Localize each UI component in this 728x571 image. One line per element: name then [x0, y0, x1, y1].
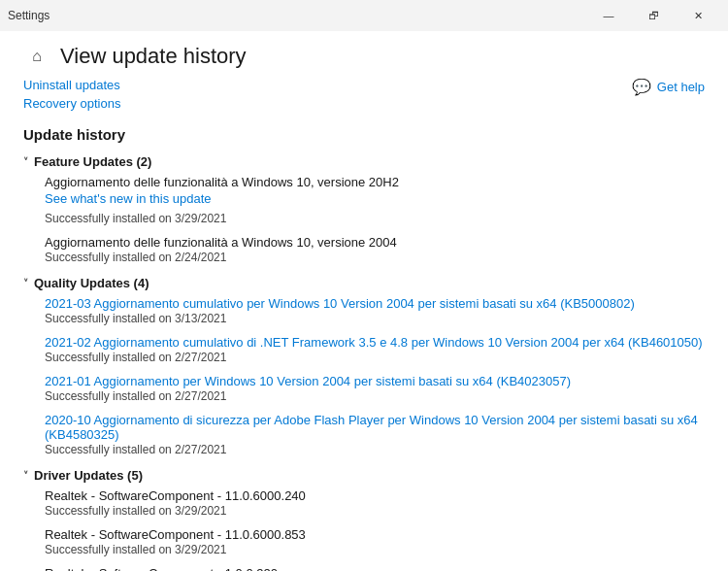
update-status: Successfully installed on 3/29/2021 [45, 504, 705, 518]
top-links: Uninstall updates Recovery options 💬 Get… [23, 78, 705, 111]
update-status: Successfully installed on 3/13/2021 [45, 312, 705, 325]
update-item: 2021-03 Aggiornamento cumulativo per Win… [45, 296, 705, 325]
category-header-feature[interactable]: ˅Feature Updates (2) [23, 154, 705, 169]
update-name: Aggiornamento delle funzionalità a Windo… [45, 235, 705, 250]
update-item: 2021-01 Aggiornamento per Windows 10 Ver… [45, 374, 705, 403]
update-item: Aggiornamento delle funzionalità a Windo… [45, 175, 705, 225]
update-status: Successfully installed on 2/27/2021 [45, 351, 705, 364]
category-header-quality[interactable]: ˅Quality Updates (4) [23, 276, 705, 290]
update-item: 2020-10 Aggiornamento di sicurezza per A… [45, 413, 705, 456]
category-label: Feature Updates (2) [34, 154, 151, 169]
update-name[interactable]: 2021-01 Aggiornamento per Windows 10 Ver… [45, 374, 705, 388]
update-status: Successfully installed on 3/29/2021 [45, 543, 705, 556]
update-name[interactable]: 2021-03 Aggiornamento cumulativo per Win… [45, 296, 705, 311]
home-icon[interactable]: ⌂ [23, 43, 50, 70]
maximize-button[interactable]: 🗗 [631, 0, 676, 31]
title-bar-left: Settings [8, 9, 50, 22]
update-item: Realtek - SoftwareComponent - 1.0.0.320S… [45, 566, 705, 571]
category-driver: ˅Driver Updates (5)Realtek - SoftwareCom… [23, 468, 705, 571]
title-bar-controls: — 🗗 ✕ [586, 0, 720, 31]
update-status: Successfully installed on 3/29/2021 [45, 212, 705, 225]
category-feature: ˅Feature Updates (2)Aggiornamento delle … [23, 154, 705, 264]
update-item: 2021-02 Aggiornamento cumulativo di .NET… [45, 335, 705, 364]
left-links: Uninstall updates Recovery options [23, 78, 120, 111]
app-name: Settings [8, 9, 50, 22]
chat-icon: 💬 [632, 78, 651, 96]
update-name: Realtek - SoftwareComponent - 11.0.6000.… [45, 527, 705, 542]
page-header: ⌂ View update history [23, 31, 705, 78]
update-name[interactable]: 2020-10 Aggiornamento di sicurezza per A… [45, 413, 705, 442]
chevron-icon: ˅ [23, 278, 28, 288]
recovery-options-link[interactable]: Recovery options [23, 96, 120, 111]
category-label: Quality Updates (4) [34, 276, 149, 290]
update-name[interactable]: 2021-02 Aggiornamento cumulativo di .NET… [45, 335, 705, 350]
update-name: Realtek - SoftwareComponent - 11.0.6000.… [45, 488, 705, 503]
close-button[interactable]: ✕ [676, 0, 720, 31]
get-help-label: Get help [657, 80, 705, 94]
update-status: Successfully installed on 2/27/2021 [45, 443, 705, 456]
update-item: Realtek - SoftwareComponent - 11.0.6000.… [45, 488, 705, 518]
categories-container: ˅Feature Updates (2)Aggiornamento delle … [23, 154, 705, 571]
page-title: View update history [60, 44, 247, 69]
see-whats-new-link[interactable]: See what's new in this update [45, 191, 705, 206]
get-help-link[interactable]: 💬 Get help [632, 78, 705, 96]
category-header-driver[interactable]: ˅Driver Updates (5) [23, 468, 705, 483]
update-status: Successfully installed on 2/27/2021 [45, 389, 705, 403]
title-bar: Settings — 🗗 ✕ [0, 0, 728, 31]
uninstall-updates-link[interactable]: Uninstall updates [23, 78, 120, 92]
category-quality: ˅Quality Updates (4)2021-03 Aggiornament… [23, 276, 705, 456]
section-title: Update history [23, 126, 705, 143]
chevron-icon: ˅ [23, 156, 28, 167]
update-item: Aggiornamento delle funzionalità a Windo… [45, 235, 705, 264]
minimize-button[interactable]: — [586, 0, 631, 31]
update-name: Aggiornamento delle funzionalità a Windo… [45, 175, 705, 189]
category-label: Driver Updates (5) [34, 468, 143, 483]
update-name: Realtek - SoftwareComponent - 1.0.0.320 [45, 566, 705, 571]
update-status: Successfully installed on 2/24/2021 [45, 251, 705, 264]
update-item: Realtek - SoftwareComponent - 11.0.6000.… [45, 527, 705, 556]
content-area: ⌂ View update history Uninstall updates … [0, 31, 728, 571]
chevron-icon: ˅ [23, 470, 28, 481]
